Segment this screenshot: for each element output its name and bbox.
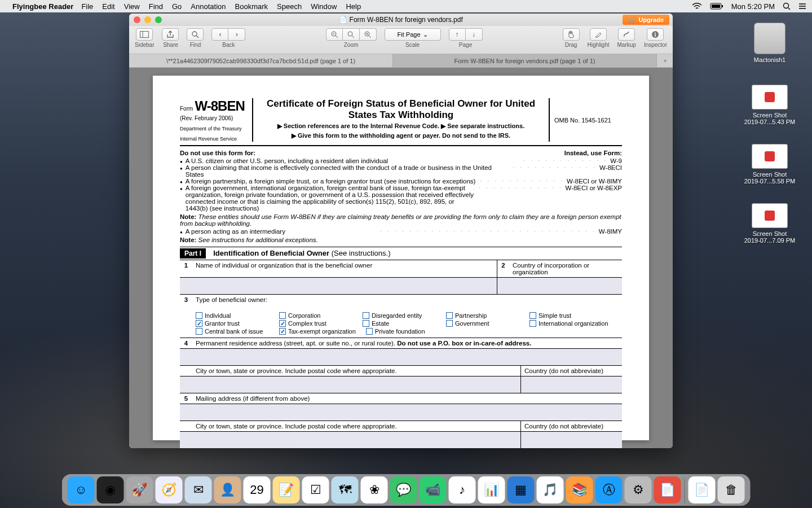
forward-button[interactable]: ›: [228, 28, 245, 41]
upgrade-button[interactable]: 🛒 Upgrade: [623, 15, 669, 25]
menu-annotation[interactable]: Annotation: [191, 2, 226, 11]
desktop-screenshot-1[interactable]: Screen Shot 2019-07...5.43 PM: [739, 85, 801, 125]
mailing-country-field[interactable]: [520, 432, 622, 448]
country-field[interactable]: [520, 376, 622, 393]
owner-type-partnership[interactable]: Partnership: [446, 312, 519, 319]
svg-line-16: [352, 36, 354, 38]
share-button[interactable]: [162, 28, 179, 41]
dock-podcasts[interactable]: 📊: [478, 476, 505, 503]
owner-type-private-foundation[interactable]: Private foundation: [366, 328, 439, 335]
dock-contacts[interactable]: 👤: [214, 476, 241, 503]
spotlight-icon[interactable]: [783, 2, 791, 10]
inspector-button[interactable]: i: [647, 28, 664, 41]
back-button[interactable]: ‹: [211, 28, 228, 41]
owner-type-central-bank-of-issue[interactable]: Central bank of issue: [196, 328, 269, 335]
dock-itunes[interactable]: ♪: [449, 476, 476, 503]
desktop-screenshot-2[interactable]: Screen Shot 2019-07...5.58 PM: [739, 144, 801, 185]
zoom-actual-button[interactable]: [343, 28, 360, 41]
dock-settings[interactable]: ⚙: [625, 476, 652, 503]
dock-finder[interactable]: ☺: [68, 476, 95, 503]
menubar: Flyingbee Reader File Edit View Find Go …: [0, 0, 812, 12]
drag-button[interactable]: [563, 28, 580, 41]
mailing-city-field[interactable]: [192, 432, 520, 448]
name-field[interactable]: [192, 278, 497, 294]
dock-safari[interactable]: 🧭: [156, 476, 183, 503]
dock-trash[interactable]: 🗑: [718, 476, 745, 503]
minimize-button[interactable]: [144, 16, 151, 23]
owner-type-government[interactable]: Government: [446, 320, 519, 327]
menu-file[interactable]: File: [81, 2, 93, 11]
city-field[interactable]: [192, 376, 520, 393]
menu-edit[interactable]: Edit: [102, 2, 114, 11]
zoom-button[interactable]: [155, 16, 162, 23]
dock-launchpad[interactable]: 🚀: [126, 476, 153, 503]
titlebar[interactable]: 📄 Form W-8BEN for foreign vendors.pdf 🛒 …: [129, 14, 673, 26]
dock-siri[interactable]: ◉: [97, 476, 124, 503]
menu-view[interactable]: View: [124, 2, 140, 11]
address-field[interactable]: [192, 349, 622, 365]
menu-go[interactable]: Go: [172, 2, 182, 11]
desktop-screenshot-3[interactable]: Screen Shot 2019-07...7.09 PM: [739, 203, 801, 244]
line-4-label: Permanent residence address (street, apt…: [192, 338, 622, 348]
menu-speech[interactable]: Speech: [277, 2, 302, 11]
dock-reminders[interactable]: ☑: [302, 476, 329, 503]
dock-mail[interactable]: ✉: [185, 476, 212, 503]
find-button[interactable]: [187, 28, 204, 41]
page-down-button[interactable]: ↓: [466, 28, 483, 41]
owner-type-individual[interactable]: Individual: [196, 312, 269, 319]
markup-button[interactable]: [618, 28, 635, 41]
tab-2[interactable]: Form W-8BEN for foreign vendors.pdf (pag…: [393, 54, 657, 67]
close-button[interactable]: [134, 16, 140, 23]
svg-rect-8: [140, 32, 149, 38]
clock[interactable]: Mon 5:20 PM: [731, 2, 775, 11]
menu-find[interactable]: Find: [149, 2, 163, 11]
app-name[interactable]: Flyingbee Reader: [12, 2, 73, 11]
page-label: Page: [459, 42, 472, 48]
dock-messages[interactable]: 💬: [390, 476, 417, 503]
owner-type-corporation[interactable]: Corporation: [279, 312, 352, 319]
owner-type-tax-exempt-organization[interactable]: Tax-exempt organization: [279, 328, 356, 335]
wifi-icon[interactable]: [692, 3, 702, 10]
bullet-form: W-8ECI: [599, 164, 622, 178]
svg-point-15: [348, 32, 352, 36]
dock-maps[interactable]: 🗺: [332, 476, 359, 503]
dock-pdfreader[interactable]: 📄: [654, 476, 681, 503]
sidebar-button[interactable]: [136, 28, 153, 41]
dock-keynote[interactable]: ▦: [508, 476, 535, 503]
dock-photos[interactable]: ❀: [361, 476, 388, 503]
part-1-bar: Part I: [180, 248, 206, 259]
owner-type-disregarded-entity[interactable]: Disregarded entity: [363, 312, 436, 319]
mailing-address-field[interactable]: [192, 404, 622, 421]
scale-select[interactable]: Fit Page⌄: [385, 28, 441, 41]
country-inc-field[interactable]: [497, 278, 622, 294]
city-label-2: City or town, state or province. Include…: [192, 421, 520, 431]
battery-icon[interactable]: [710, 3, 723, 10]
owner-type-estate[interactable]: Estate: [363, 320, 436, 327]
dock-facetime[interactable]: 📹: [420, 476, 447, 503]
document-area[interactable]: Form W-8BEN (Rev. February 2006) Departm…: [129, 68, 673, 448]
dock-music[interactable]: 🎵: [537, 476, 564, 503]
menu-extras-icon[interactable]: [798, 3, 806, 10]
menu-help[interactable]: Help: [346, 2, 361, 11]
dock-appstore[interactable]: Ⓐ: [595, 476, 623, 503]
zoom-out-button[interactable]: [326, 28, 343, 41]
page-up-button[interactable]: ↑: [449, 28, 466, 41]
owner-type-simple-trust[interactable]: Simple trust: [529, 312, 603, 319]
zoom-in-button[interactable]: [360, 28, 377, 41]
menu-bookmark[interactable]: Bookmark: [235, 2, 268, 11]
owner-type-grantor-trust[interactable]: Grantor trust: [196, 320, 269, 327]
tab-1[interactable]: \**21a4462309f79052cab998330df3d7ca7bcbd…: [129, 54, 393, 67]
dock-document[interactable]: 📄: [689, 476, 716, 503]
checkbox-icon: [529, 312, 536, 319]
menu-window[interactable]: Window: [311, 2, 337, 11]
owner-type-international-organization[interactable]: International organization: [529, 320, 608, 327]
dock-notes[interactable]: 📝: [273, 476, 300, 503]
owner-type-complex-trust[interactable]: Complex trust: [279, 320, 352, 327]
owner-type-checkboxes: IndividualCorporationDisregarded entityP…: [196, 311, 619, 336]
part-1-title: Identification of Beneficial Owner (See …: [213, 249, 390, 257]
dock-books[interactable]: 📚: [566, 476, 593, 503]
desktop-drive[interactable]: Mactonish1: [739, 23, 801, 63]
new-tab-button[interactable]: ＋: [657, 54, 673, 67]
highlight-button[interactable]: [590, 28, 607, 41]
dock-calendar[interactable]: 29: [244, 476, 271, 503]
